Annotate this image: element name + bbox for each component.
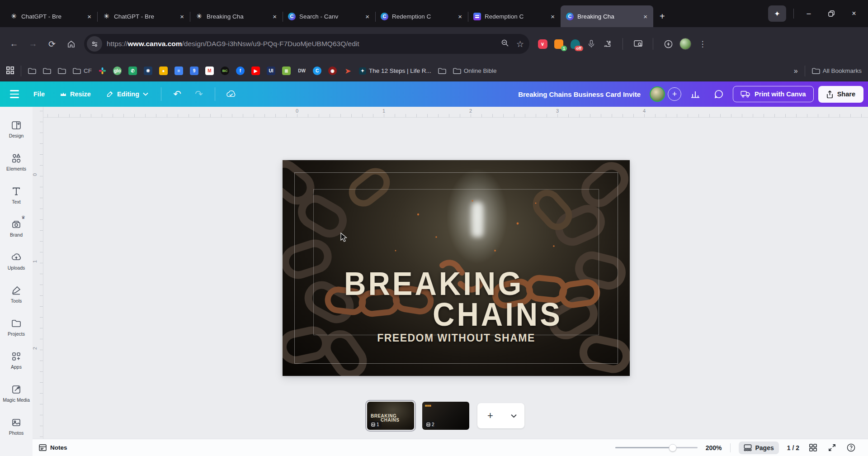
bookmark-folder-2[interactable] (43, 67, 51, 74)
main-menu-icon[interactable] (5, 85, 24, 103)
sidebar-item-projects[interactable]: Projects (0, 311, 33, 343)
bookmark-list-icon[interactable]: ≣ (282, 66, 291, 75)
zoom-slider-knob[interactable] (669, 444, 677, 451)
tab-redemption-1[interactable]: C Redemption C × (375, 5, 468, 27)
bookmark-dw-icon[interactable]: DW (297, 66, 306, 75)
bookmarks-overflow-chevron[interactable]: » (794, 67, 798, 75)
url-text[interactable]: https://www.canva.com/design/DAG9-i3hNsw… (107, 40, 501, 48)
tab-close-icon[interactable]: × (271, 13, 278, 20)
back-icon[interactable]: ← (5, 35, 23, 52)
bookmark-youtube-icon[interactable]: ▶ (251, 66, 260, 75)
design-subtitle[interactable]: FREEDOM WITHOUT SHAME (283, 332, 630, 344)
sidebar-item-brand[interactable]: ♛ Brand (0, 212, 33, 244)
bookmark-dark-red-icon[interactable]: ◉ (328, 66, 337, 75)
bookmark-c-icon[interactable]: C (313, 66, 321, 75)
bookmark-nine-icon[interactable]: 9 (190, 66, 198, 75)
bookmark-green-app-icon[interactable]: ✆ (128, 66, 137, 75)
sidebar-item-uploads[interactable]: Uploads (0, 245, 33, 277)
bookmark-bc-icon[interactable]: BC (221, 66, 229, 75)
add-page-dropdown[interactable] (503, 412, 524, 420)
add-page-button[interactable]: + (477, 410, 503, 422)
close-window-button[interactable]: × (846, 10, 862, 18)
sidebar-item-design[interactable]: Design (0, 113, 33, 145)
tab-search-canva[interactable]: C Search - Canv × (283, 5, 375, 27)
print-with-canva-button[interactable]: Print with Canva (733, 86, 814, 102)
tab-close-icon[interactable]: × (86, 13, 93, 20)
resize-button[interactable]: Resize (54, 86, 97, 102)
tab-chatgpt-2[interactable]: ✳ ChatGPT - Bre × (97, 5, 190, 27)
zoom-slider[interactable] (615, 447, 698, 448)
tab-close-icon[interactable]: × (364, 13, 371, 20)
zoom-level[interactable]: 200% (706, 444, 722, 451)
teal-extension-icon[interactable]: off (570, 39, 580, 49)
orange-extension-icon[interactable]: 1 (554, 39, 564, 49)
user-avatar[interactable] (650, 86, 665, 102)
all-bookmarks-button[interactable]: All Bookmarks (812, 67, 862, 74)
extensions-puzzle-icon[interactable] (603, 39, 613, 49)
bookmark-slack-icon[interactable] (99, 67, 106, 75)
new-tab-button[interactable]: + (653, 5, 671, 27)
bookmark-yellow-app-icon[interactable]: ● (159, 66, 168, 75)
sidebar-item-apps[interactable]: Apps (0, 344, 33, 376)
bookmark-navy-app-icon[interactable]: ❋ (144, 66, 152, 75)
page-thumbnail-1[interactable]: BREAKING CHAINS 1 (367, 402, 414, 430)
bookmark-docs-icon[interactable]: ≡ (175, 66, 183, 75)
profile-avatar[interactable] (679, 38, 691, 50)
bookmark-folder-1[interactable] (28, 67, 36, 74)
minimize-button[interactable]: – (801, 10, 816, 18)
tab-chatgpt-1[interactable]: ✳ ChatGPT - Bre × (5, 5, 97, 27)
tab-breaking-chains-active[interactable]: C Breaking Cha × (561, 5, 653, 27)
tab-close-icon[interactable]: × (549, 13, 556, 20)
design-title[interactable]: Breaking Chains Business Card Invite (518, 90, 641, 98)
microphone-icon[interactable] (586, 39, 596, 49)
browser-menu-icon[interactable]: ⋮ (698, 39, 708, 49)
forward-icon[interactable]: → (24, 35, 42, 52)
bookmark-glo-icon[interactable]: glo (113, 66, 122, 75)
insights-chart-icon[interactable] (686, 85, 705, 103)
bookmark-folder-3[interactable] (58, 67, 66, 74)
grid-view-icon[interactable] (807, 442, 818, 453)
sidebar-item-elements[interactable]: Elements (0, 146, 33, 178)
sidebar-item-text[interactable]: Text (0, 179, 33, 211)
notes-button[interactable]: Notes (39, 444, 67, 451)
boost-energy-icon[interactable] (663, 39, 673, 49)
app-grid-icon[interactable] (6, 66, 14, 76)
sidebar-tools-icon[interactable] (633, 39, 643, 49)
canvas-workspace[interactable]: 0 1 2 3 4 0 1 2 (33, 107, 868, 439)
sidebar-item-photos[interactable]: Photos (0, 410, 33, 442)
comments-icon[interactable] (709, 85, 728, 103)
url-bar[interactable]: https://www.canva.com/design/DAG9-i3hNsw… (84, 34, 529, 54)
pages-toggle-button[interactable]: Pages (739, 442, 779, 454)
home-icon[interactable] (62, 35, 80, 52)
bookmark-ui-icon[interactable]: UI (267, 66, 275, 75)
tab-breaking-chains-chat[interactable]: ✳ Breaking Cha × (190, 5, 283, 27)
bookmark-folder-online-bible[interactable]: Online Bible (453, 67, 497, 74)
bookmark-star-icon[interactable]: ☆ (516, 39, 524, 49)
reload-icon[interactable]: ⟳ (43, 35, 61, 52)
tab-redemption-2[interactable]: Redemption C × (468, 5, 561, 27)
bookmark-folder-cf[interactable]: CF (73, 67, 92, 74)
sidebar-item-tools[interactable]: Tools (0, 278, 33, 310)
bookmark-twelve-steps[interactable]: ✦ The 12 Steps | Life R... (359, 67, 431, 75)
file-menu-button[interactable]: File (27, 86, 51, 102)
sparkle-extension-button[interactable]: ✦ (768, 5, 786, 22)
bookmark-gmail-icon[interactable]: M (205, 66, 214, 75)
fullscreen-icon[interactable] (826, 442, 837, 453)
redo-button[interactable]: ↷ (189, 85, 208, 103)
tab-close-icon[interactable]: × (642, 13, 649, 20)
tab-close-icon[interactable]: × (457, 13, 463, 20)
sidebar-item-magic-media[interactable]: Magic Media (0, 377, 33, 409)
page-thumbnail-2[interactable]: ▮▮▮▮▮ 2 (422, 402, 469, 430)
undo-button[interactable]: ↶ (168, 85, 187, 103)
design-page[interactable]: BREAKING CHAINS FREEDOM WITHOUT SHAME (283, 160, 630, 376)
tab-close-icon[interactable]: × (179, 13, 185, 20)
help-icon[interactable] (845, 442, 856, 453)
bookmark-red-swoosh-icon[interactable]: ➤ (344, 66, 352, 75)
zoom-out-page-icon[interactable] (501, 39, 509, 49)
design-title-line2[interactable]: CHAINS (433, 295, 562, 333)
pocket-extension-icon[interactable]: ∨ (538, 39, 547, 49)
editing-mode-button[interactable]: Editing (100, 86, 155, 102)
share-button[interactable]: Share (818, 86, 863, 103)
site-permissions-icon[interactable] (87, 36, 102, 52)
bookmark-facebook-icon[interactable]: f (236, 66, 245, 75)
